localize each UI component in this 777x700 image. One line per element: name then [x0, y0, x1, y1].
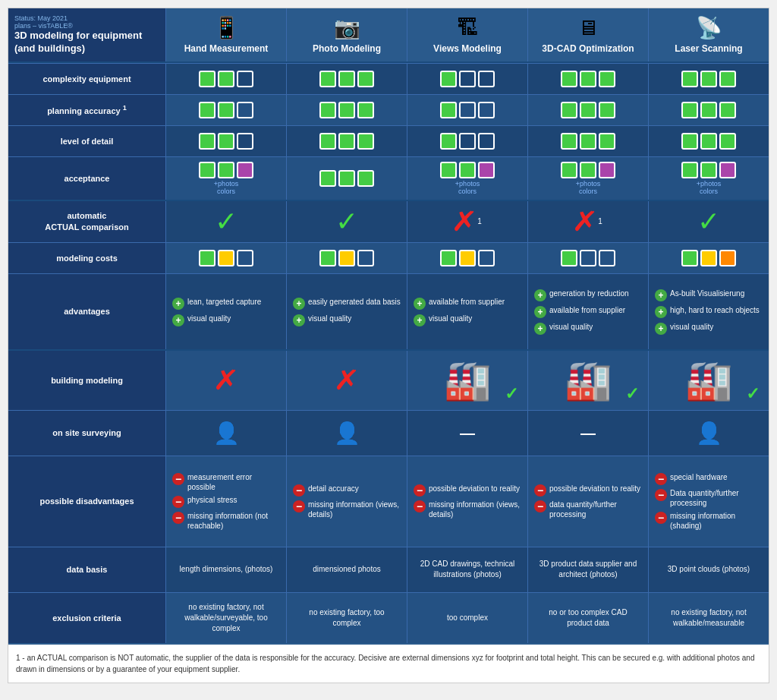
advantages-cad: + generation by reduction + available fr…	[527, 274, 648, 349]
disadv-item: − special hardware	[655, 472, 728, 485]
complexity-views	[407, 64, 527, 94]
disadv-text: special hardware	[670, 472, 728, 482]
disadvantages-row: possible disadvantages − measurement err…	[8, 456, 769, 547]
minus-icon: −	[534, 484, 546, 497]
planning-photo	[286, 95, 407, 125]
advantage-text: visual quality	[549, 322, 593, 332]
advantages-views: + available from supplier + visual quali…	[407, 274, 527, 349]
building-icon-cad: 🏭	[565, 358, 612, 402]
person-icon-hand: 👤	[213, 421, 240, 446]
dash-icon-cad: —	[580, 424, 596, 442]
disadv-item: − measurement error possible	[172, 472, 280, 492]
disadv-item: − missing information (views, details)	[414, 500, 521, 519]
advantage-text: visual quality	[308, 314, 351, 323]
plus-icon: +	[414, 314, 426, 326]
exclusion-photo-text: no existing factory, too complex	[290, 603, 404, 633]
minus-icon: −	[655, 512, 667, 524]
building-photo: ✗	[286, 351, 407, 410]
planning-views	[407, 95, 527, 125]
disadvantages-views: − possible deviation to reality − missin…	[407, 456, 527, 547]
planning-laser	[648, 95, 769, 125]
exclusion-views-text: too complex	[441, 608, 494, 628]
advantage-item: + available from supplier	[534, 305, 625, 318]
plus-icon: +	[534, 323, 546, 335]
disadv-text: possible deviation to reality	[549, 484, 640, 493]
advantage-item: + generation by reduction	[534, 289, 629, 301]
advantage-item: + As-built Visualisierung	[655, 289, 744, 301]
acceptance-hand: +photoscolors	[165, 157, 286, 200]
complexity-photo	[286, 64, 407, 94]
disadv-text: measurement error possible	[187, 472, 280, 492]
disadv-item: − missing information (not reachable)	[172, 511, 280, 531]
comparison-table: Status: May 2021 plans – visTABLE® 3D mo…	[8, 8, 769, 643]
exclusion-label: exclusion criteria	[8, 593, 165, 643]
disadv-item: − possible deviation to reality	[534, 484, 640, 497]
advantages-row: advantages + lean, targeted capture + vi…	[8, 273, 769, 349]
building-check-laser: ✓	[746, 384, 760, 404]
surveying-cad: —	[527, 411, 648, 456]
minus-icon: −	[534, 500, 546, 512]
main-container: Status: May 2021 plans – visTABLE® 3D mo…	[8, 8, 769, 683]
data-basis-photo-text: dimensioned photos	[307, 560, 387, 579]
comparison-laser: ✓	[648, 201, 769, 242]
data-basis-photo: dimensioned photos	[286, 547, 407, 592]
detail-hand	[165, 126, 286, 156]
complexity-cad	[527, 64, 648, 94]
complexity-laser	[648, 64, 769, 94]
data-basis-laser: 3D point clouds (photos)	[648, 547, 769, 592]
acceptance-photo	[286, 157, 407, 200]
advantage-item: + easily generated data basis	[293, 297, 401, 310]
check-icon-laser: ✓	[697, 206, 720, 238]
planning-label: planning accuracy 1	[8, 95, 165, 125]
plus-icon: +	[172, 298, 184, 310]
advantage-item: + visual quality	[655, 322, 713, 335]
col-header-photo: 📷 Photo Modeling	[286, 8, 407, 61]
exclusion-laser: no existing factory, not walkable/measur…	[648, 593, 769, 643]
data-basis-hand: length dimensions, (photos)	[165, 547, 286, 592]
disadv-item: − missing information (views, details)	[293, 500, 401, 519]
disadv-text: physical stress	[187, 495, 238, 505]
plus-icon: +	[655, 306, 667, 318]
advantage-text: available from supplier	[429, 297, 505, 307]
acceptance-laser: +photoscolors	[648, 157, 769, 200]
plus-icon: +	[534, 306, 546, 318]
disadvantages-cad: − possible deviation to reality − data q…	[527, 456, 648, 547]
costs-cad	[527, 243, 648, 273]
building-icon-views: 🏭	[444, 358, 491, 402]
building-check-views: ✓	[505, 384, 518, 404]
surveying-row: on site surveying 👤 👤 — — 👤	[8, 410, 769, 456]
cross-icon-cad: ✗	[571, 206, 599, 238]
disadv-item: − detail accuracy	[293, 484, 359, 497]
cross-icon-building-hand: ✗	[212, 364, 240, 396]
hand-measurement-icon: 📱	[213, 15, 240, 40]
planning-row: planning accuracy 1	[8, 94, 769, 125]
comparison-views: ✗1	[407, 201, 527, 242]
minus-icon: −	[172, 496, 184, 508]
disadv-item: − physical stress	[172, 495, 238, 508]
col-title-photo: Photo Modeling	[313, 43, 381, 55]
col-title-hand: Hand Measurement	[184, 43, 269, 55]
dash-icon-views: —	[460, 424, 475, 442]
acceptance-row: acceptance +photoscolors +photoscolors	[8, 156, 769, 200]
costs-hand	[165, 243, 286, 273]
costs-label: modeling costs	[8, 243, 165, 273]
comparison-label: automaticACTUAL comparison	[8, 201, 165, 242]
col-header-hand: 📱 Hand Measurement	[165, 8, 286, 61]
cross-icon-building-photo: ✗	[333, 364, 360, 396]
disadv-text: missing information (views, details)	[308, 500, 401, 519]
footer-text: 1 - an ACTUAL comparison is NOT automati…	[16, 654, 754, 673]
advantage-text: lean, targeted capture	[187, 297, 261, 307]
advantage-text: available from supplier	[549, 305, 625, 315]
exclusion-row: exclusion criteria no existing factory, …	[8, 592, 769, 643]
col-title-laser: Laser Scanning	[675, 43, 742, 55]
minus-icon: −	[655, 473, 667, 485]
data-basis-views-text: 2D CAD drawings, technical illustrations…	[411, 554, 524, 585]
disadv-text: data quantity/further processing	[549, 500, 642, 519]
check-icon-photo: ✓	[335, 206, 358, 238]
plus-icon: +	[414, 298, 426, 310]
data-basis-cad-text: 3D product data supplier and architect (…	[531, 554, 645, 585]
building-check-cad: ✓	[625, 384, 639, 404]
building-cad: 🏭 ✓	[527, 351, 648, 410]
advantage-text: visual quality	[670, 322, 713, 332]
footer-note: 1 - an ACTUAL comparison is NOT automati…	[8, 643, 769, 683]
